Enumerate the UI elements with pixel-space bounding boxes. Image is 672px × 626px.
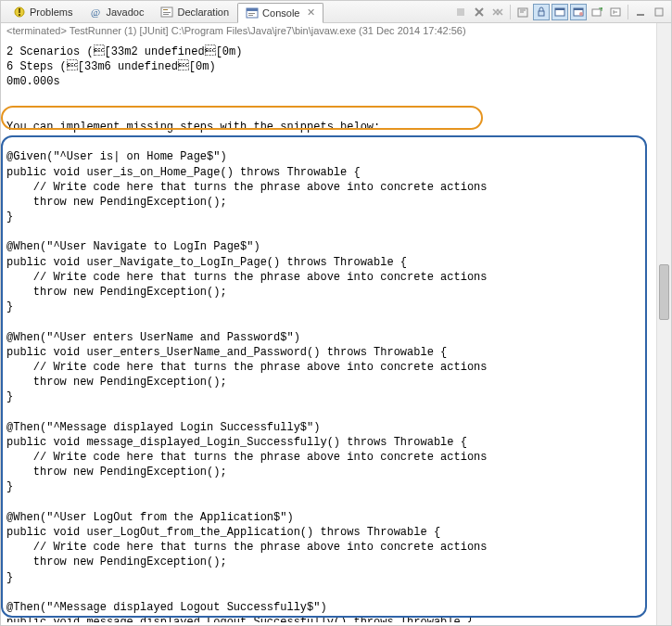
tab-bar: Problems @ Javadoc Declaration Console ✕ — [1, 1, 671, 23]
svg-point-29 — [601, 7, 602, 9]
svg-rect-24 — [555, 8, 564, 10]
svg-rect-9 — [247, 8, 258, 11]
summary-line: 6 Steps ([33m6 undefined[0m) — [6, 59, 666, 74]
snippet: @When("^User Navigate to LogIn Page$") p… — [6, 239, 666, 314]
svg-text:@: @ — [91, 6, 100, 18]
svg-rect-32 — [655, 8, 663, 16]
minimize-button[interactable] — [632, 4, 649, 20]
tab-javadoc[interactable]: @ Javadoc — [81, 2, 152, 22]
tab-label: Declaration — [177, 6, 229, 18]
tab-label: Console — [262, 7, 299, 19]
svg-rect-2 — [19, 14, 20, 16]
problems-icon — [13, 6, 26, 19]
svg-point-27 — [579, 12, 583, 16]
blank-line — [6, 495, 666, 510]
remove-all-button[interactable] — [489, 4, 506, 20]
svg-rect-10 — [248, 13, 255, 14]
tab-console[interactable]: Console ✕ — [237, 3, 323, 23]
blank-line — [6, 105, 666, 120]
svg-rect-7 — [163, 14, 169, 15]
console-output[interactable]: 2 Scenarios ([33m2 undefined[0m) 6 Ste… — [1, 39, 671, 622]
svg-rect-12 — [457, 8, 464, 16]
svg-rect-31 — [637, 14, 644, 16]
display-selected-button[interactable] — [607, 4, 624, 20]
summary-line: 2 Scenarios ([33m2 undefined[0m) — [6, 45, 666, 59]
tab-label: Javadoc — [106, 6, 144, 18]
blank-line — [6, 314, 666, 329]
blank-line — [6, 90, 666, 105]
console-icon — [246, 6, 259, 19]
separator — [628, 5, 628, 19]
svg-rect-22 — [539, 11, 544, 16]
blank-line — [6, 134, 666, 149]
pin-console-button[interactable] — [570, 4, 587, 20]
tab-label: Problems — [30, 6, 72, 18]
snippet: @When("^User enters UserName and Passwor… — [6, 330, 666, 405]
remove-launch-button[interactable] — [471, 4, 488, 20]
svg-rect-11 — [248, 15, 253, 16]
scroll-lock-button[interactable] — [533, 4, 550, 20]
declaration-icon — [160, 6, 173, 19]
open-console-button[interactable] — [589, 4, 605, 20]
snippet: @Then("^Message displayed Login Successf… — [6, 420, 666, 495]
snippet: @Then("^Message displayed Logout Success… — [6, 600, 666, 622]
console-status: <terminated> TestRunner (1) [JUnit] C:\P… — [1, 23, 671, 39]
clear-console-button[interactable] — [514, 4, 531, 20]
svg-rect-6 — [163, 12, 171, 13]
summary-line: 0m0.000s — [6, 74, 666, 89]
blank-line — [6, 585, 666, 600]
javadoc-icon: @ — [89, 6, 102, 19]
show-console-button[interactable] — [552, 4, 568, 20]
blank-line — [6, 224, 666, 239]
hint-line: You can implement missing steps with the… — [6, 120, 666, 134]
maximize-button[interactable] — [651, 4, 667, 20]
snippet: @When("^User LogOut from the Application… — [6, 510, 666, 585]
svg-rect-1 — [19, 8, 20, 13]
vertical-scrollbar[interactable] — [656, 23, 671, 625]
tab-problems[interactable]: Problems — [5, 2, 81, 22]
svg-rect-28 — [592, 9, 601, 16]
close-icon[interactable]: ✕ — [307, 6, 315, 19]
svg-rect-26 — [574, 8, 583, 10]
console-toolbar — [452, 4, 671, 20]
separator — [510, 5, 511, 19]
tab-declaration[interactable]: Declaration — [152, 2, 237, 22]
blank-line — [6, 405, 666, 420]
scrollbar-thumb[interactable] — [659, 264, 669, 320]
snippet: @Given("^User is| on Home Page$") public… — [6, 149, 666, 224]
terminate-button[interactable] — [452, 4, 469, 20]
svg-rect-5 — [163, 9, 168, 10]
